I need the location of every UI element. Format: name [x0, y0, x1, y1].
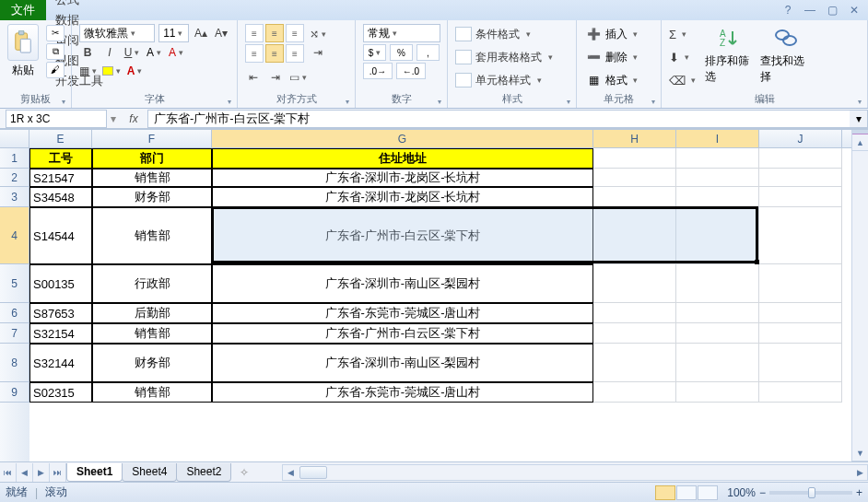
cell-E3[interactable]: S34548 [29, 187, 92, 207]
cell-F9[interactable]: 销售部 [92, 382, 212, 403]
align-top-center[interactable]: ≡ [265, 24, 284, 42]
comma-button[interactable]: , [416, 44, 440, 61]
cell-G1[interactable]: 住址地址 [212, 148, 593, 169]
number-format-combo[interactable]: 常规▾ [363, 24, 440, 42]
sort-filter-button[interactable]: AZ 排序和筛选 [705, 24, 757, 85]
cell-G6[interactable]: 广东省-东莞市-莞城区-唐山村 [212, 303, 593, 323]
tab-file[interactable]: 文件 [0, 0, 46, 20]
col-header-J[interactable]: J [759, 130, 842, 147]
select-all-corner[interactable] [0, 130, 29, 148]
sheet-tab-Sheet4[interactable]: Sheet4 [122, 463, 177, 482]
zoom-in-button[interactable]: + [856, 486, 862, 499]
namebox-dropdown-icon[interactable]: ▾ [107, 112, 120, 125]
cell-E6[interactable]: S87653 [29, 303, 92, 323]
cell-J7[interactable] [759, 323, 842, 344]
cell-F6[interactable]: 后勤部 [92, 303, 212, 323]
hscroll-thumb[interactable] [299, 466, 327, 479]
italic-button[interactable]: I [101, 44, 118, 61]
clear-button[interactable]: ⌫▾ [669, 70, 696, 90]
cell-J1[interactable] [759, 148, 842, 169]
cell-G3[interactable]: 广东省-深圳市-龙岗区-长坑村 [212, 187, 593, 207]
currency-button[interactable]: $▾ [363, 44, 386, 61]
cell-J2[interactable] [759, 169, 842, 187]
formula-input[interactable]: 广东省-广州市-白云区-棠下村 [147, 110, 850, 128]
cell-G4[interactable]: 广东省-广州市-白云区-棠下村 [212, 207, 593, 264]
cell-style-button[interactable]: 单元格样式▾ [455, 70, 569, 90]
grow-font-button[interactable]: A▴ [193, 25, 209, 41]
cell-I1[interactable] [676, 148, 759, 169]
align-mid-left[interactable]: ≡ [245, 44, 264, 63]
row-header-9[interactable]: 9 [0, 382, 29, 403]
horizontal-scrollbar[interactable]: ◀ ▶ [282, 464, 868, 481]
align-mid-right[interactable]: ≡ [286, 44, 304, 63]
cell-G9[interactable]: 广东省-东莞市-莞城区-唐山村 [212, 382, 593, 403]
format-painter-button[interactable]: 🖌 [46, 62, 65, 78]
new-sheet-button[interactable]: ✧ [234, 464, 254, 481]
font-color-a[interactable]: A▾ [146, 44, 162, 61]
dec-decimal-button[interactable]: ←.0 [396, 63, 426, 79]
restore-icon[interactable]: ▢ [826, 4, 839, 17]
cell-G5[interactable]: 广东省-深圳市-南山区-梨园村 [212, 264, 593, 303]
cell-E1[interactable]: 工号 [29, 148, 92, 169]
cell-I7[interactable] [676, 323, 759, 344]
paste-button[interactable] [7, 24, 39, 61]
font-size-combo[interactable]: 11▾ [158, 24, 189, 42]
indent-inc-button[interactable]: ⇥ [267, 69, 284, 86]
zoom-out-button[interactable]: − [759, 486, 766, 499]
row-header-5[interactable]: 5 [0, 264, 29, 303]
cell-I8[interactable] [676, 344, 759, 382]
insert-cells-button[interactable]: ➕插入▾ [584, 24, 653, 44]
col-header-E[interactable]: E [29, 130, 92, 147]
col-header-H[interactable]: H [593, 130, 676, 147]
alignment-grid[interactable]: ≡ ≡ ≡ ≡ ≡ ≡ [245, 24, 304, 63]
fill-color-button[interactable]: ▾ [102, 63, 121, 79]
cell-F8[interactable]: 财务部 [92, 344, 212, 382]
zoom-level[interactable]: 100% [727, 486, 756, 499]
merge-button[interactable]: ▭▾ [289, 69, 307, 86]
cell-I6[interactable] [676, 303, 759, 323]
shrink-font-button[interactable]: A▾ [213, 25, 229, 41]
orientation-button[interactable]: ⤭▾ [310, 26, 326, 42]
cell-I5[interactable] [676, 264, 759, 303]
col-header-I[interactable]: I [676, 130, 759, 147]
col-header-G[interactable]: G [212, 130, 593, 147]
vertical-scrollbar[interactable]: ▲ ▼ [851, 130, 868, 461]
row-header-6[interactable]: 6 [0, 303, 29, 323]
tab-nav-first-icon[interactable]: ⏮ [0, 463, 17, 482]
align-top-left[interactable]: ≡ [245, 24, 264, 42]
row-header-4[interactable]: 4 [0, 207, 29, 264]
cell-E2[interactable]: S21547 [29, 169, 92, 187]
font-color-red[interactable]: A▾ [168, 44, 184, 61]
row-header-1[interactable]: 1 [0, 148, 29, 169]
help-icon[interactable]: ? [781, 4, 794, 17]
cell-J3[interactable] [759, 187, 842, 207]
cell-H7[interactable] [593, 323, 676, 344]
scroll-left-icon[interactable]: ◀ [283, 468, 298, 477]
font-family-combo[interactable]: 微软雅黑▾ [79, 24, 155, 42]
view-normal-button[interactable] [655, 485, 675, 500]
cell-H5[interactable] [593, 264, 676, 303]
delete-cells-button[interactable]: ➖删除▾ [584, 47, 653, 67]
cell-G2[interactable]: 广东省-深圳市-龙岗区-长坑村 [212, 169, 593, 187]
table-format-button[interactable]: 套用表格格式▾ [455, 47, 569, 67]
col-header-F[interactable]: F [92, 130, 212, 147]
row-header-3[interactable]: 3 [0, 187, 29, 207]
bold-button[interactable]: B [79, 44, 96, 61]
sheet-tab-Sheet2[interactable]: Sheet2 [176, 463, 231, 482]
cell-H2[interactable] [593, 169, 676, 187]
cell-H9[interactable] [593, 382, 676, 403]
tab-公式[interactable]: 公式 [46, 0, 112, 10]
cell-F3[interactable]: 财务部 [92, 187, 212, 207]
cell-E9[interactable]: S02315 [29, 382, 92, 403]
font-color-button[interactable]: A▾ [126, 63, 143, 79]
row-header-7[interactable]: 7 [0, 323, 29, 344]
cell-F2[interactable]: 销售部 [92, 169, 212, 187]
cell-I2[interactable] [676, 169, 759, 187]
cut-button[interactable]: ✂ [46, 25, 65, 41]
scroll-down-icon[interactable]: ▼ [852, 445, 868, 461]
conditional-format-button[interactable]: 条件格式▾ [455, 24, 569, 44]
minimize-icon[interactable]: — [803, 4, 816, 17]
align-top-right[interactable]: ≡ [286, 24, 304, 42]
cell-J5[interactable] [759, 264, 842, 303]
fx-icon[interactable]: fx [120, 112, 147, 125]
